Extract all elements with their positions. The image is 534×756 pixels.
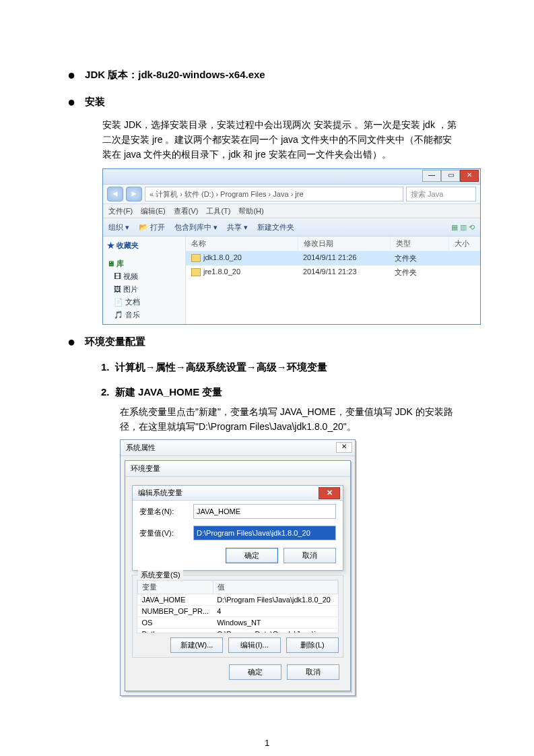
table-row[interactable]: NUMBER_OF_PR...4 bbox=[138, 606, 338, 617]
toolbar-view-icons[interactable]: ▦ ▥ ⟲ bbox=[451, 223, 475, 232]
table-row[interactable]: OSWindows_NT bbox=[138, 617, 338, 629]
explorer-sidebar: ★ 收藏夹 🖥 库 🎞 视频 🖼 图片 📄 文档 🎵 音乐 bbox=[103, 237, 186, 324]
explorer-navbar: ◄ ► « 计算机 › 软件 (D:) › Program Files › Ja… bbox=[103, 185, 480, 204]
envvar-dialog: 环境变量 编辑系统变量 ✕ 变量名(N): JAVA_HOME bbox=[125, 460, 351, 691]
bullet-icon: ● bbox=[67, 94, 75, 109]
sysprop-title: 系统属性 ✕ bbox=[121, 440, 355, 456]
jdk-filename: jdk-8u20-windows-x64.exe bbox=[138, 69, 265, 80]
toolbar-include[interactable]: 包含到库中 ▾ bbox=[174, 222, 218, 232]
edit-sysvar-dialog: 编辑系统变量 ✕ 变量名(N): JAVA_HOME 变量值(V): D:\Pr… bbox=[132, 485, 343, 571]
maximize-button[interactable]: ▭ bbox=[441, 170, 460, 182]
sidebar-music[interactable]: 🎵 音乐 bbox=[107, 309, 181, 321]
toolbar-share[interactable]: 共享 ▾ bbox=[227, 222, 248, 232]
toolbar-newfolder[interactable]: 新建文件夹 bbox=[257, 222, 294, 232]
envvar-title: 环境变量配置 bbox=[85, 334, 145, 349]
heading-jdk-version: ● JDK 版本：jdk-8u20-windows-x64.exe bbox=[67, 67, 467, 82]
heading-envvar: ● 环境变量配置 bbox=[67, 334, 467, 349]
folder-icon bbox=[191, 268, 201, 276]
ok-button[interactable]: 确定 bbox=[226, 548, 278, 563]
explorer-menubar: 文件(F) 编辑(E) 查看(V) 工具(T) 帮助(H) bbox=[103, 204, 480, 218]
explorer-filelist: 名称 修改日期 类型 大小 jdk1.8.0_20 2014/9/11 21:2… bbox=[186, 237, 480, 324]
col-date[interactable]: 修改日期 bbox=[298, 237, 391, 251]
menu-help[interactable]: 帮助(H) bbox=[238, 206, 263, 216]
sysvar-group-title: 系统变量(S) bbox=[138, 570, 183, 580]
explorer-toolbar: 组织 ▾ 📂 打开 包含到库中 ▾ 共享 ▾ 新建文件夹 ▦ ▥ ⟲ bbox=[103, 218, 480, 237]
forward-button[interactable]: ► bbox=[126, 187, 142, 201]
menu-edit[interactable]: 编辑(E) bbox=[141, 206, 166, 216]
search-input[interactable]: 搜索 Java bbox=[406, 187, 476, 201]
menu-view[interactable]: 查看(V) bbox=[174, 206, 199, 216]
back-button[interactable]: ◄ bbox=[107, 187, 123, 201]
varvalue-label: 变量值(V): bbox=[139, 528, 187, 538]
page-number: 1 bbox=[0, 738, 534, 748]
col-name[interactable]: 名称 bbox=[186, 237, 298, 251]
close-icon[interactable]: ✕ bbox=[336, 442, 352, 453]
bullet-icon: ● bbox=[67, 67, 75, 82]
sidebar-documents[interactable]: 📄 文档 bbox=[107, 296, 181, 309]
sidebar-pictures[interactable]: 🖼 图片 bbox=[107, 283, 181, 296]
file-row[interactable]: jdk1.8.0_20 2014/9/11 21:26 文件夹 bbox=[186, 251, 480, 265]
close-button[interactable]: ✕ bbox=[460, 170, 479, 182]
system-properties-dialog: 系统属性 ✕ 环境变量 编辑系统变量 ✕ bbox=[120, 439, 356, 696]
col-value: 值 bbox=[213, 581, 338, 594]
menu-file[interactable]: 文件(F) bbox=[108, 206, 133, 216]
cancel-button[interactable]: 取消 bbox=[287, 664, 339, 680]
sysvar-group: 系统变量(S) 变量 值 JAVA_HOMED:\Program Files\J… bbox=[132, 575, 343, 658]
delete-button[interactable]: 删除(L) bbox=[286, 637, 339, 653]
envvar-title: 环境变量 bbox=[125, 461, 350, 477]
explorer-window: — ▭ ✕ ◄ ► « 计算机 › 软件 (D:) › Program File… bbox=[102, 168, 481, 325]
heading-install: ● 安装 bbox=[67, 94, 467, 109]
folder-icon bbox=[191, 254, 201, 262]
sysvar-table[interactable]: 变量 值 JAVA_HOMED:\Program Files\Java\jdk1… bbox=[137, 580, 338, 633]
table-row[interactable]: PathC:\ProgramData\Oracle\Java\java... bbox=[138, 629, 338, 634]
install-title: 安装 bbox=[85, 94, 105, 109]
close-icon[interactable]: ✕ bbox=[319, 487, 340, 499]
menu-tools[interactable]: 工具(T) bbox=[206, 206, 230, 216]
step-2-paragraph: 在系统变量里点击"新建"，变量名填写 JAVA_HOME，变量值填写 JDK 的… bbox=[120, 404, 467, 434]
file-row[interactable]: jre1.8.0_20 2014/9/11 21:23 文件夹 bbox=[186, 265, 480, 280]
sidebar-libraries[interactable]: 🖥 库 bbox=[107, 257, 181, 270]
sidebar-favorites[interactable]: ★ 收藏夹 bbox=[107, 239, 181, 252]
varname-input[interactable]: JAVA_HOME bbox=[193, 504, 336, 519]
col-variable: 变量 bbox=[138, 581, 213, 594]
toolbar-open[interactable]: 📂 打开 bbox=[139, 222, 165, 232]
ok-button[interactable]: 确定 bbox=[229, 664, 281, 680]
edit-button[interactable]: 编辑(I)... bbox=[228, 637, 281, 653]
sidebar-video[interactable]: 🎞 视频 bbox=[107, 270, 181, 283]
minimize-button[interactable]: — bbox=[422, 170, 441, 182]
step-1: 1. 计算机→属性→高级系统设置→高级→环境变量 bbox=[101, 361, 467, 374]
breadcrumb[interactable]: « 计算机 › 软件 (D:) › Program Files › Java ›… bbox=[145, 187, 403, 201]
varvalue-input[interactable]: D:\Program Files\Java\jdk1.8.0_20 bbox=[193, 526, 336, 540]
dialog-stack: 系统属性 ✕ 环境变量 编辑系统变量 ✕ bbox=[120, 439, 356, 696]
bullet-icon: ● bbox=[67, 334, 75, 349]
cancel-button[interactable]: 取消 bbox=[283, 548, 336, 563]
col-type[interactable]: 类型 bbox=[391, 237, 449, 251]
install-paragraph: 安装 JDK，选择安装目录，安装过程中会出现两次 安装提示 。第一次是安装 jd… bbox=[102, 117, 460, 162]
varname-label: 变量名(N): bbox=[139, 507, 187, 517]
col-size[interactable]: 大小 bbox=[449, 237, 480, 251]
jdk-label: JDK 版本： bbox=[85, 69, 138, 80]
step-2: 2. 新建 JAVA_HOME 变量 bbox=[101, 386, 467, 399]
new-button[interactable]: 新建(W)... bbox=[170, 637, 223, 653]
edit-title: 编辑系统变量 bbox=[138, 489, 182, 497]
explorer-titlebar: — ▭ ✕ bbox=[103, 169, 480, 185]
table-row[interactable]: JAVA_HOMED:\Program Files\Java\jdk1.8.0_… bbox=[138, 594, 338, 606]
toolbar-organize[interactable]: 组织 ▾ bbox=[108, 222, 129, 232]
